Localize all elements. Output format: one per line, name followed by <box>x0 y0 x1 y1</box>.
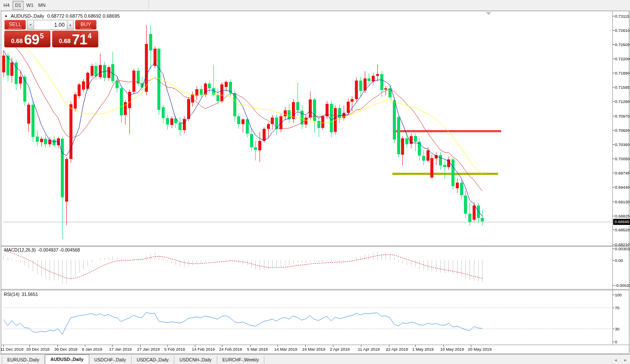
buy-price-pip: 4 <box>88 32 92 40</box>
timeframe-button-h4[interactable]: H4 <box>1 1 12 10</box>
price-axis-tick: 0.72200 <box>615 56 630 61</box>
date-axis-label: 30 Dec 2018 <box>54 347 78 352</box>
current-price-tag: 0.68695 <box>613 219 630 225</box>
rsi-name: RSI(14) <box>4 292 19 297</box>
macd-values: -0.004937 -0.004568 <box>38 247 80 252</box>
collapse-panel-icon[interactable]: ▲ <box>4 14 8 18</box>
rsi-axis-tick: 100 <box>615 292 622 297</box>
chart-tab-usdchfdaily[interactable]: USDCHF-,Daily <box>89 356 132 364</box>
toolbar-separator <box>149 1 150 9</box>
date-axis-label: 5 Feb 2019 <box>164 347 185 352</box>
sell-button[interactable]: SELL <box>4 20 26 30</box>
rsi-axis-tick: 70 <box>615 305 620 310</box>
buy-button-label: BUY <box>80 22 92 28</box>
price-axis-tick: 0.69440 <box>615 185 630 190</box>
triangle-up-icon: ▲ <box>69 23 72 26</box>
price-axis-tick: 0.70970 <box>615 114 630 118</box>
macd-name: MACD(12,26,9) <box>4 247 36 252</box>
mt4-chart-window: H4D1W1MN ▲ AUDUSD-,Daily 0.68772 0.68775… <box>0 0 630 364</box>
price-axis-tick: 0.69745 <box>615 171 630 175</box>
macd-axis-tick: -0.006315 <box>615 283 630 288</box>
date-axis-label: 11 Dec 2018 <box>0 347 23 352</box>
volume-input[interactable] <box>34 20 67 30</box>
price-axis-tick: 0.70050 <box>615 156 630 161</box>
date-axis-label: 2 Apr 2019 <box>330 347 350 352</box>
price-axis-tick: 0.68520 <box>615 227 630 232</box>
macd-indicator-label: MACD(12,26,9)-0.004937 -0.004568 <box>4 247 80 252</box>
price-axis-tick: 0.72810 <box>615 28 630 33</box>
date-axis-label: 14 Feb 2019 <box>192 347 215 352</box>
symbol-period-label: AUDUSD-,Daily <box>11 13 44 19</box>
price-axis-tick: 0.73115 <box>615 14 630 19</box>
buy-price-box[interactable]: 0.68 71 4 <box>52 31 98 47</box>
sell-price-box[interactable]: 0.68 69 5 <box>4 31 50 47</box>
sell-price-pip: 5 <box>40 32 44 40</box>
date-axis-label: 20 Dec 2018 <box>26 347 50 352</box>
date-axis-label: 24 Feb 2019 <box>219 347 242 352</box>
chart-tab-usdcaddaily[interactable]: USDCAD-,Daily <box>132 356 174 364</box>
one-click-trading-panel: SELL ▼ ▲ BUY 0.68 69 5 0.68 71 4 <box>4 20 99 47</box>
timeframe-button-mn[interactable]: MN <box>36 1 48 10</box>
ohlc-values: 0.68772 0.68775 0.68692 0.68695 <box>47 13 120 19</box>
triangle-down-icon: ▼ <box>29 23 32 26</box>
volume-stepper: ▼ ▲ <box>27 20 74 30</box>
date-axis-label: 27 Jan 2019 <box>137 347 160 352</box>
sell-price-prefix: 0.68 <box>11 37 23 44</box>
price-axis-tick: 0.71280 <box>615 99 630 104</box>
price-axis-tick: 0.68825 <box>615 214 630 218</box>
volume-increase-button[interactable]: ▲ <box>67 20 74 30</box>
date-axis-label: 5 Mar 2019 <box>247 347 268 352</box>
rsi-axis-tick: 0 <box>615 339 617 344</box>
timeframe-button-w1[interactable]: W1 <box>24 1 36 10</box>
date-axis-label: 20 May 2019 <box>468 347 492 352</box>
date-axis-label: 10 May 2019 <box>440 347 464 352</box>
buy-price-prefix: 0.68 <box>59 37 71 44</box>
chart-tab-audusddaily[interactable]: AUDUSD-,Daily <box>45 355 89 364</box>
chart-canvas[interactable] <box>0 0 630 364</box>
rsi-axis-tick: 30 <box>615 327 620 331</box>
chart-tab-eurchfweekly[interactable]: EURCHF-,Weekly <box>217 356 264 364</box>
date-axis-label: 8 Jan 2019 <box>82 347 102 352</box>
timeframe-button-d1[interactable]: D1 <box>13 1 24 10</box>
date-axis-label: 17 Jan 2019 <box>109 347 132 352</box>
volume-decrease-button[interactable]: ▼ <box>27 20 34 30</box>
chart-tab-eurusddaily[interactable]: EURUSD-,Daily <box>2 356 45 364</box>
timeframe-toolbar: H4D1W1MN <box>0 0 630 11</box>
sell-button-label: SELL <box>8 22 22 28</box>
sell-price-big: 69 <box>24 33 39 46</box>
chart-title: ▲ AUDUSD-,Daily 0.68772 0.68775 0.68692 … <box>4 13 120 19</box>
tab-scroll-right-icon[interactable]: ► <box>624 358 627 362</box>
chart-tab-usdcnhdaily[interactable]: USDCNH-,Daily <box>174 356 217 364</box>
date-axis-label: 1 May 2019 <box>412 347 434 352</box>
price-axis-tick: 0.69130 <box>615 199 630 204</box>
buy-button[interactable]: BUY <box>75 20 97 30</box>
rsi-value: 31.5651 <box>22 292 38 297</box>
date-axis-label: 22 Apr 2019 <box>386 347 408 352</box>
rsi-indicator-label: RSI(14)31.5651 <box>4 292 38 297</box>
price-axis-tick: 0.70360 <box>615 142 630 147</box>
date-axis-label: 14 Mar 2019 <box>274 347 297 352</box>
date-axis-label: 24 Mar 2019 <box>302 347 325 352</box>
macd-axis-tick: 0.00 <box>615 258 623 263</box>
buy-price-big: 71 <box>72 33 87 46</box>
date-axis-label: 11 Apr 2019 <box>358 347 380 352</box>
tab-scroll-left-icon[interactable]: ◄ <box>614 358 617 362</box>
price-axis-tick: 0.71890 <box>615 71 630 75</box>
tab-scroll-arrows: ◄ ► <box>614 358 627 362</box>
price-axis-tick: 0.70665 <box>615 128 630 133</box>
macd-axis-tick: 0.003035 <box>615 246 630 251</box>
chart-tab-bar: EURUSD-,DailyAUDUSD-,DailyUSDCHF-,DailyU… <box>0 354 630 364</box>
price-axis-tick: 0.71585 <box>615 85 630 90</box>
price-axis-tick: 0.72505 <box>615 42 630 47</box>
